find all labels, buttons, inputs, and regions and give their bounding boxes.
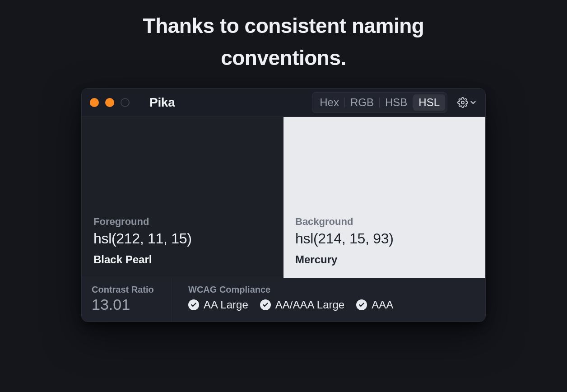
window-close-button[interactable] [90,98,99,107]
wcag-badges: AA Large AA/AAA Large AAA [188,299,475,311]
background-color-name: Mercury [295,253,474,266]
background-label: Background [295,216,474,228]
headline-line-1: Thanks to consistent naming [143,10,424,42]
page-headline: Thanks to consistent naming conventions. [143,10,424,75]
wcag-compliance: WCAG Compliance AA Large AA/AAA Large [172,278,485,322]
foreground-label: Foreground [93,216,272,228]
window-minimize-button[interactable] [105,98,114,107]
format-tab-hsb[interactable]: HSB [380,94,413,111]
app-footer: Contrast Ratio 13.01 WCAG Compliance AA … [82,278,485,322]
wcag-badge-aaa: AAA [356,299,393,311]
wcag-badge-aa-large: AA Large [188,299,248,311]
format-tabs: Hex RGB HSB HSL [312,92,447,113]
titlebar: Pika Hex RGB HSB HSL [82,89,485,117]
format-tab-rgb[interactable]: RGB [345,94,379,111]
settings-button[interactable] [457,97,477,108]
swatches: Foreground hsl(212, 11, 15) Black Pearl … [82,117,485,278]
wcag-badge-label: AAA [372,299,393,311]
check-icon [260,299,271,310]
app-title: Pika [149,95,175,110]
contrast-ratio-value: 13.01 [92,296,162,313]
titlebar-actions [455,97,477,108]
wcag-badge-label: AA/AAA Large [275,299,344,311]
wcag-badge-label: AA Large [204,299,248,311]
background-value: hsl(214, 15, 93) [295,230,474,247]
foreground-swatch[interactable]: Foreground hsl(212, 11, 15) Black Pearl [82,117,284,278]
svg-point-0 [461,101,464,104]
format-tab-hsl[interactable]: HSL [413,94,445,111]
check-icon [356,299,367,310]
foreground-value: hsl(212, 11, 15) [93,230,272,247]
page-root: Thanks to consistent naming conventions.… [0,0,567,392]
headline-line-2: conventions. [143,42,424,74]
contrast-ratio: Contrast Ratio 13.01 [82,278,172,322]
gear-icon [457,97,468,108]
foreground-color-name: Black Pearl [93,253,272,266]
format-tab-hex[interactable]: Hex [314,94,344,111]
app-window: Pika Hex RGB HSB HSL [81,88,486,322]
wcag-badge-aa-aaa-large: AA/AAA Large [260,299,344,311]
check-icon [188,299,199,310]
contrast-ratio-label: Contrast Ratio [92,285,162,295]
wcag-label: WCAG Compliance [188,285,475,295]
chevron-down-icon [469,98,477,107]
background-swatch[interactable]: Background hsl(214, 15, 93) Mercury [284,117,485,278]
window-zoom-button[interactable] [121,98,130,107]
traffic-lights [90,98,130,107]
